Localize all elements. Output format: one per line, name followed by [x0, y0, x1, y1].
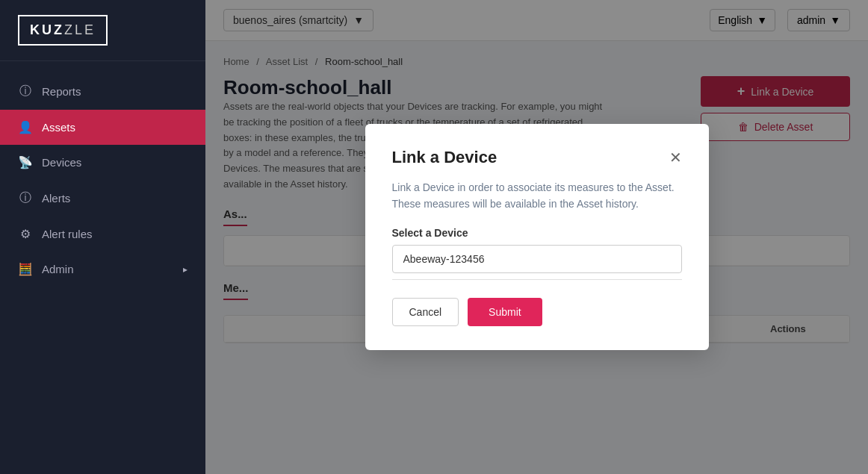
logo-text: KUZZLE: [30, 22, 96, 37]
modal-actions: Cancel Submit: [392, 298, 682, 326]
sidebar: KUZZLE ⓘ Reports 👤 Assets 📡 Devices ⓘ Al…: [0, 0, 205, 474]
sidebar-item-admin[interactable]: 🧮 Admin ▸: [0, 252, 205, 287]
alerts-icon: ⓘ: [18, 190, 33, 206]
sidebar-item-alerts[interactable]: ⓘ Alerts: [0, 180, 205, 216]
sidebar-item-alert-rules[interactable]: ⚙ Alert rules: [0, 216, 205, 252]
chevron-right-icon: ▸: [183, 264, 187, 275]
logo-area: KUZZLE: [0, 0, 205, 61]
modal-header: Link a Device ✕: [392, 148, 682, 167]
alert-rules-icon: ⚙: [18, 227, 33, 241]
sidebar-item-label: Alerts: [42, 192, 70, 205]
dropdown-separator: [392, 279, 682, 280]
modal-close-button[interactable]: ✕: [669, 150, 682, 165]
link-device-modal: Link a Device ✕ Link a Device in order t…: [365, 124, 709, 351]
sidebar-item-devices[interactable]: 📡 Devices: [0, 145, 205, 180]
main-content: buenos_aires (smartcity) ▼ English ▼ adm…: [205, 0, 868, 474]
submit-button[interactable]: Submit: [468, 298, 542, 326]
cancel-button[interactable]: Cancel: [392, 298, 459, 326]
modal-select-label: Select a Device: [392, 227, 682, 239]
sidebar-item-label: Admin: [42, 263, 74, 275]
modal-overlay: Link a Device ✕ Link a Device in order t…: [205, 0, 868, 474]
sidebar-item-assets[interactable]: 👤 Assets: [0, 110, 205, 145]
logo-box: KUZZLE: [18, 15, 108, 46]
sidebar-item-label: Alert rules: [42, 228, 93, 240]
sidebar-item-reports[interactable]: ⓘ Reports: [0, 73, 205, 110]
reports-icon: ⓘ: [18, 84, 33, 99]
device-search-input[interactable]: [392, 245, 682, 273]
sidebar-item-label: Assets: [42, 121, 75, 134]
assets-icon: 👤: [18, 120, 33, 134]
sidebar-nav: ⓘ Reports 👤 Assets 📡 Devices ⓘ Alerts ⚙ …: [0, 61, 205, 474]
sidebar-item-label: Devices: [42, 156, 81, 169]
modal-title: Link a Device: [392, 148, 497, 167]
admin-icon: 🧮: [18, 262, 33, 276]
modal-description: Link a Device in order to associate its …: [392, 179, 682, 213]
sidebar-item-label: Reports: [42, 85, 81, 98]
devices-icon: 📡: [18, 155, 33, 169]
